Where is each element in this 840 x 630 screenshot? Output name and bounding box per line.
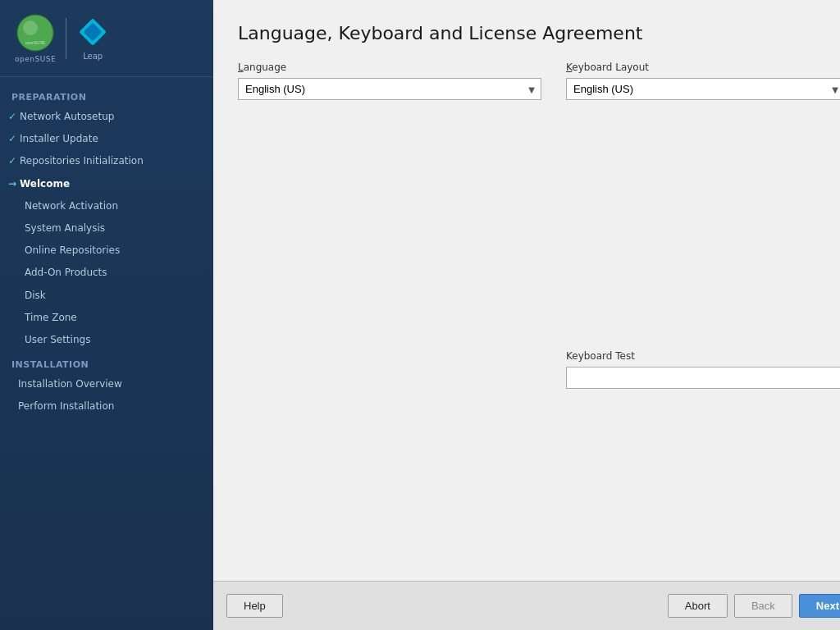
bottom-bar: Help Abort Back Next: [213, 581, 840, 630]
leap-logo: Leap: [76, 16, 109, 61]
language-label: Language: [238, 62, 541, 73]
keyboard-test-input[interactable]: [566, 367, 840, 389]
keyboard-test-form-group: Keyboard Test: [566, 350, 840, 581]
main-content: Language, Keyboard and License Agreement…: [213, 0, 840, 581]
sidebar-item-repositories-init[interactable]: Repositories Initialization: [0, 150, 213, 172]
keyboard-layout-form-group: Keyboard Layout English (US) German Fren…: [566, 62, 840, 340]
preparation-section-header: Preparation: [0, 84, 213, 106]
sidebar-item-disk[interactable]: Disk: [0, 285, 213, 307]
installation-section-header: Installation: [0, 351, 213, 373]
sidebar-item-add-on-products[interactable]: Add-On Products: [0, 262, 213, 284]
language-keyboard-row: Language English (US) German French Span…: [238, 62, 840, 581]
svg-text:openSUSE: openSUSE: [25, 40, 46, 45]
leap-logo-icon: [76, 16, 109, 48]
bottom-right: Abort Back Next: [668, 594, 840, 618]
svg-point-1: [23, 21, 38, 35]
main-content-area: Language, Keyboard and License Agreement…: [213, 0, 840, 630]
opensuse-logo: openSUSE openSUSE: [15, 13, 56, 63]
opensuse-logo-icon: openSUSE: [16, 13, 55, 52]
sidebar-item-time-zone[interactable]: Time Zone: [0, 307, 213, 329]
keyboard-layout-select[interactable]: English (US) German French Spanish: [566, 78, 840, 100]
sidebar-item-welcome[interactable]: Welcome: [0, 173, 213, 195]
back-button[interactable]: Back: [734, 594, 792, 618]
sidebar-item-network-autosetup[interactable]: Network Autosetup: [0, 106, 213, 128]
abort-button[interactable]: Abort: [668, 594, 728, 618]
keyboard-right-section: Keyboard Layout English (US) German Fren…: [566, 62, 840, 581]
next-button[interactable]: Next: [799, 594, 840, 618]
keyboard-layout-select-wrapper: English (US) German French Spanish: [566, 78, 840, 100]
sidebar-item-installation-overview[interactable]: Installation Overview: [0, 373, 213, 395]
sidebar-item-network-activation[interactable]: Network Activation: [0, 195, 213, 217]
sidebar-item-user-settings[interactable]: User Settings: [0, 329, 213, 351]
logo-separator: [66, 18, 66, 59]
language-select[interactable]: English (US) German French Spanish Japan…: [238, 78, 541, 100]
sidebar-item-system-analysis[interactable]: System Analysis: [0, 217, 213, 240]
sidebar-item-installer-update[interactable]: Installer Update: [0, 128, 213, 150]
keyboard-test-label: Keyboard Test: [566, 350, 840, 362]
keyboard-layout-label: Keyboard Layout: [566, 62, 840, 73]
language-select-wrapper: English (US) German French Spanish Japan…: [238, 78, 541, 100]
leap-brand-text: Leap: [83, 52, 103, 61]
page-title: Language, Keyboard and License Agreement: [238, 23, 840, 43]
help-button[interactable]: Help: [226, 594, 283, 618]
sidebar-item-online-repositories[interactable]: Online Repositories: [0, 240, 213, 262]
bottom-left: Help: [226, 594, 283, 618]
sidebar-nav: Preparation Network Autosetup Installer …: [0, 77, 213, 630]
sidebar-item-perform-installation[interactable]: Perform Installation: [0, 395, 213, 418]
opensuse-brand-text: openSUSE: [15, 55, 56, 63]
sidebar: openSUSE openSUSE Leap Preparation Netwo…: [0, 0, 213, 630]
sidebar-logo: openSUSE openSUSE Leap: [0, 0, 213, 77]
language-form-group: Language English (US) German French Span…: [238, 62, 541, 100]
